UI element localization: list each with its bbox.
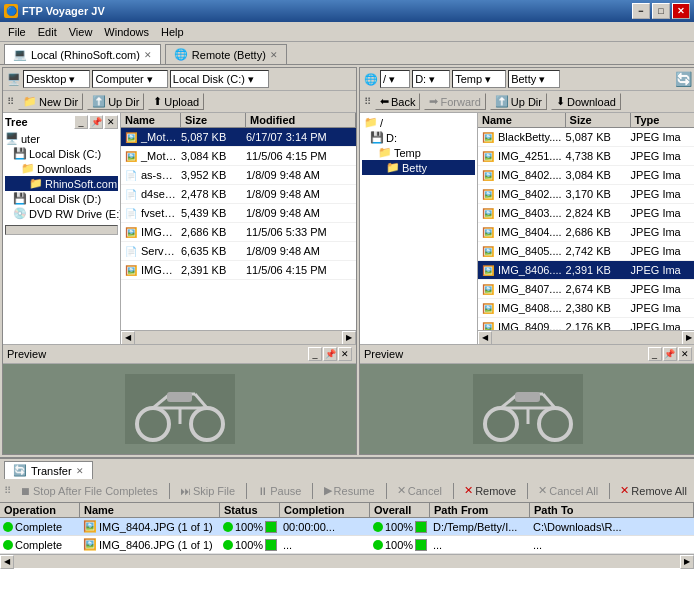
local-scroll-right[interactable]: ▶ [342, 331, 356, 345]
local-col-size[interactable]: Size [181, 113, 246, 127]
col-overall[interactable]: Overall [370, 503, 430, 517]
transfer-scroll-track[interactable] [15, 557, 679, 567]
col-status[interactable]: Status [220, 503, 280, 517]
table-row[interactable]: 🖼️ IMG_8405.... 2,742 KB JPEG Ima [478, 242, 694, 261]
menu-file[interactable]: File [2, 24, 32, 40]
local-tree-item-3[interactable]: 📁RhinoSoft.com [5, 176, 118, 191]
remote-scroll-left[interactable]: ◀ [478, 331, 492, 345]
local-col-name[interactable]: Name [121, 113, 181, 127]
local-tree-item-4[interactable]: 💾Local Disk (D:) [5, 191, 118, 206]
table-row[interactable]: 🖼️ IMG_8402.... 3,084 KB JPEG Ima [478, 166, 694, 185]
remote-up-dir-button[interactable]: ⬆️ Up Dir [490, 93, 547, 110]
menu-windows[interactable]: Windows [98, 24, 155, 40]
remove-all-button[interactable]: ✕ Remove All [617, 483, 690, 498]
remote-scroll-right[interactable]: ▶ [682, 331, 694, 345]
col-name[interactable]: Name [80, 503, 220, 517]
local-preview-close[interactable]: ✕ [338, 347, 352, 361]
col-path-from[interactable]: Path From [430, 503, 530, 517]
up-dir-button[interactable]: ⬆️ Up Dir [87, 93, 144, 110]
table-row[interactable]: 🖼️ IMG_8406.... 2,391 KB JPEG Ima [478, 261, 694, 280]
upload-button[interactable]: ⬆ Upload [148, 93, 204, 110]
local-scroll-track[interactable] [136, 333, 341, 343]
col-completion[interactable]: Completion [280, 503, 370, 517]
remote-root-dropdown[interactable]: / ▾ [380, 70, 410, 88]
table-row[interactable]: 🖼️ IMG_84... 2,686 KB 11/5/06 5:33 PM [121, 223, 356, 242]
local-computer-dropdown[interactable]: Computer ▾ [92, 70, 167, 88]
table-row[interactable]: 📄 ServUSe... 6,635 KB 1/8/09 9:48 AM [121, 242, 356, 261]
local-tree-item-5[interactable]: 💿DVD RW Drive (E:) [5, 206, 118, 221]
menu-edit[interactable]: Edit [32, 24, 63, 40]
remote-tree-item-betty[interactable]: 📁Betty [362, 160, 475, 175]
close-button[interactable]: ✕ [672, 3, 690, 19]
back-button[interactable]: ⬅ Back [375, 93, 420, 110]
col-path-to[interactable]: Path To [530, 503, 694, 517]
table-row[interactable]: 📄 d4setup... 2,478 KB 1/8/09 9:48 AM [121, 185, 356, 204]
transfer-tab-close[interactable]: ✕ [76, 466, 84, 476]
skip-file-button[interactable]: ⏭ Skip File [177, 484, 238, 498]
menu-view[interactable]: View [63, 24, 99, 40]
local-scroll-left[interactable]: ◀ [121, 331, 135, 345]
remote-hscrollbar[interactable]: ◀ ▶ [478, 330, 694, 344]
remote-tab-close[interactable]: ✕ [270, 50, 278, 60]
transfer-scroll-left[interactable]: ◀ [0, 555, 14, 569]
local-hscrollbar[interactable]: ◀ ▶ [121, 330, 356, 344]
pause-button[interactable]: ⏸ Pause [254, 484, 304, 498]
remote-tree-item-d[interactable]: 💾D: [362, 130, 475, 145]
table-row[interactable]: 🖼️ IMG_8402.... 3,170 KB JPEG Ima [478, 185, 694, 204]
minimize-button[interactable]: − [632, 3, 650, 19]
col-operation[interactable]: Operation [0, 503, 80, 517]
table-row[interactable]: 📄 as-setu... 3,952 KB 1/8/09 9:48 AM [121, 166, 356, 185]
table-row[interactable]: 🖼️ IMG_8404.... 2,686 KB JPEG Ima [478, 223, 694, 242]
local-preview-collapse[interactable]: _ [308, 347, 322, 361]
transfer-row[interactable]: Complete 🖼️ IMG_8404.JPG (1 of 1) 100% 0… [0, 518, 694, 536]
stop-after-button[interactable]: ⏹ Stop After File Completes [17, 484, 161, 498]
remote-temp-dropdown[interactable]: Temp ▾ [452, 70, 506, 88]
transfer-scroll-right[interactable]: ▶ [680, 555, 694, 569]
remote-d-dropdown[interactable]: D: ▾ [412, 70, 450, 88]
local-col-modified[interactable]: Modified [246, 113, 356, 127]
resume-button[interactable]: ▶ Resume [321, 483, 378, 498]
table-row[interactable]: 🖼️ IMG_4251.... 4,738 KB JPEG Ima [478, 147, 694, 166]
download-button[interactable]: ⬇ Download [551, 93, 621, 110]
maximize-button[interactable]: □ [652, 3, 670, 19]
transfer-tab[interactable]: 🔄 Transfer ✕ [4, 461, 93, 479]
remove-button[interactable]: ✕ Remove [461, 483, 519, 498]
cancel-button[interactable]: ✕ Cancel [394, 483, 445, 498]
new-dir-button[interactable]: 📁 New Dir [18, 93, 83, 110]
remote-preview-pin[interactable]: 📌 [663, 347, 677, 361]
local-tree-scrollbar[interactable] [5, 225, 118, 235]
local-preview-pin[interactable]: 📌 [323, 347, 337, 361]
local-tree-item-2[interactable]: 📁Downloads [5, 161, 118, 176]
local-tree-item-1[interactable]: 💾Local Disk (C:) [5, 146, 118, 161]
remote-refresh-icon[interactable]: 🔄 [675, 71, 692, 87]
local-tree-close-btn[interactable]: ✕ [104, 115, 118, 129]
local-tab-close[interactable]: ✕ [144, 50, 152, 60]
local-desktop-dropdown[interactable]: Desktop ▾ [23, 70, 90, 88]
transfer-hscrollbar[interactable]: ◀ ▶ [0, 554, 694, 568]
transfer-row[interactable]: Complete 🖼️ IMG_8406.JPG (1 of 1) 100% .… [0, 536, 694, 554]
local-tab[interactable]: 💻 Local (RhinoSoft.com) ✕ [4, 44, 161, 64]
table-row[interactable]: 🖼️ IMG_84... 2,391 KB 11/5/06 4:15 PM [121, 261, 356, 280]
table-row[interactable]: 🖼️ IMG_8403.... 2,824 KB JPEG Ima [478, 204, 694, 223]
local-disk-dropdown[interactable]: Local Disk (C:) ▾ [170, 70, 269, 88]
table-row[interactable]: 🖼️ IMG_8409.... 2,176 KB JPEG Ima [478, 318, 694, 330]
table-row[interactable]: 🖼️ _Motorc... 3,084 KB 11/5/06 4:15 PM [121, 147, 356, 166]
remote-tree-item-temp[interactable]: 📁Temp [362, 145, 475, 160]
local-tree-pin-btn[interactable]: 📌 [89, 115, 103, 129]
menu-help[interactable]: Help [155, 24, 190, 40]
cancel-all-button[interactable]: ✕ Cancel All [535, 483, 601, 498]
table-row[interactable]: 🖼️ IMG_8407.... 2,674 KB JPEG Ima [478, 280, 694, 299]
forward-button[interactable]: ➡ Forward [424, 93, 485, 110]
local-tree-item-0[interactable]: 🖥️uter [5, 131, 118, 146]
remote-col-type[interactable]: Type [631, 113, 694, 127]
remote-preview-close[interactable]: ✕ [678, 347, 692, 361]
remote-betty-dropdown[interactable]: Betty ▾ [508, 70, 560, 88]
table-row[interactable]: 🖼️ _Motorc... 5,087 KB 6/17/07 3:14 PM [121, 128, 356, 147]
table-row[interactable]: 🖼️ BlackBetty.... 5,087 KB JPEG Ima [478, 128, 694, 147]
table-row[interactable]: 📄 fvsetup... 5,439 KB 1/8/09 9:48 AM [121, 204, 356, 223]
remote-tab[interactable]: 🌐 Remote (Betty) ✕ [165, 44, 287, 64]
remote-tree-item-root[interactable]: 📁/ [362, 115, 475, 130]
remote-preview-collapse[interactable]: _ [648, 347, 662, 361]
local-tree-collapse-btn[interactable]: _ [74, 115, 88, 129]
table-row[interactable]: 🖼️ IMG_8408.... 2,380 KB JPEG Ima [478, 299, 694, 318]
